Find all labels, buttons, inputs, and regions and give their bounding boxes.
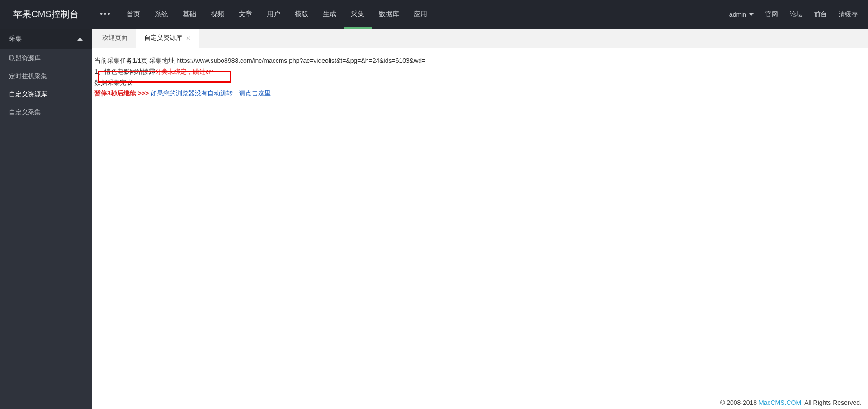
nav-more[interactable]: ••• <box>92 0 119 29</box>
sidebar: 采集 联盟资源库 定时挂机采集 自定义资源库 自定义采集 <box>0 29 92 409</box>
top-nav: ••• 首页 系统 基础 视频 文章 用户 模版 生成 采集 数据库 应用 <box>92 0 434 29</box>
task-line-1: 1、情色电影网站披露分类未绑定，跳过err <box>94 68 865 76</box>
close-icon[interactable]: ✕ <box>186 35 191 42</box>
sidebar-item-custom-repo[interactable]: 自定义资源库 <box>0 86 92 104</box>
task-url: https://www.subo8988.com/inc/maccms.php?… <box>176 57 425 64</box>
sidebar-head[interactable]: 采集 <box>0 29 92 49</box>
pause-b: 3 <box>107 90 111 97</box>
admin-menu[interactable]: admin <box>723 0 760 29</box>
nav-collect[interactable]: 采集 <box>344 0 372 29</box>
admin-label: admin <box>729 11 746 18</box>
footer-c: . All Rights Reserved. <box>801 399 862 406</box>
main: 欢迎页面 自定义资源库 ✕ 当前采集任务1/1页 采集地址 https://ww… <box>92 29 868 409</box>
sidebar-item-custom-collect[interactable]: 自定义采集 <box>0 104 92 122</box>
nav-article[interactable]: 文章 <box>231 0 259 29</box>
link-forum[interactable]: 论坛 <box>784 0 808 29</box>
link-official[interactable]: 官网 <box>760 0 784 29</box>
task-prefix: 当前采集任务 <box>94 57 132 64</box>
footer-a: © 2008-2018 <box>720 399 759 406</box>
nav-generate[interactable]: 生成 <box>316 0 344 29</box>
nav-video[interactable]: 视频 <box>203 0 231 29</box>
pause-line: 暂停3秒后继续 >>> 如果您的浏览器没有自动跳转，请点击这里 <box>94 90 865 98</box>
task-page: 1/1 <box>132 57 141 64</box>
nav-system[interactable]: 系统 <box>147 0 175 29</box>
pause-a: 暂停 <box>94 90 107 97</box>
line1-b: 分类未绑定，跳过err <box>155 68 213 75</box>
footer-link[interactable]: MacCMS.COM <box>759 399 801 406</box>
tabs: 欢迎页面 自定义资源库 ✕ <box>92 29 868 48</box>
sidebar-item-union[interactable]: 联盟资源库 <box>0 49 92 67</box>
nav-database[interactable]: 数据库 <box>372 0 406 29</box>
topbar: 苹果CMS控制台 ••• 首页 系统 基础 视频 文章 用户 模版 生成 采集 … <box>0 0 868 29</box>
brand-title: 苹果CMS控制台 <box>0 8 92 20</box>
tab-custom-repo[interactable]: 自定义资源库 ✕ <box>136 29 199 48</box>
link-clear-cache[interactable]: 清缓存 <box>833 0 863 29</box>
task-done: 数据采集完成 <box>94 79 865 87</box>
chevron-down-icon <box>749 13 754 16</box>
nav-template[interactable]: 模版 <box>288 0 316 29</box>
nav-app[interactable]: 应用 <box>406 0 434 29</box>
tab-welcome[interactable]: 欢迎页面 <box>94 29 136 48</box>
footer: © 2008-2018 MacCMS.COM. All Rights Reser… <box>720 399 862 406</box>
nav-basic[interactable]: 基础 <box>175 0 203 29</box>
chevron-up-icon <box>77 38 83 41</box>
link-front[interactable]: 前台 <box>808 0 833 29</box>
tab-label: 欢迎页面 <box>102 34 127 42</box>
pause-link[interactable]: 如果您的浏览器没有自动跳转，请点击这里 <box>151 90 271 97</box>
task-status: 当前采集任务1/1页 采集地址 https://www.subo8988.com… <box>94 57 865 65</box>
content: 当前采集任务1/1页 采集地址 https://www.subo8988.com… <box>92 48 868 409</box>
top-right: admin 官网 论坛 前台 清缓存 <box>723 0 868 29</box>
sidebar-head-label: 采集 <box>9 35 22 43</box>
pause-c: 秒后继续 >>> <box>111 90 151 97</box>
nav-user[interactable]: 用户 <box>259 0 288 29</box>
sidebar-item-cron[interactable]: 定时挂机采集 <box>0 67 92 86</box>
nav-home[interactable]: 首页 <box>119 0 147 29</box>
tab-label: 自定义资源库 <box>144 34 182 42</box>
task-suffix: 页 采集地址 <box>141 57 176 64</box>
line1-a: 1、情色电影网站披露 <box>94 68 155 75</box>
